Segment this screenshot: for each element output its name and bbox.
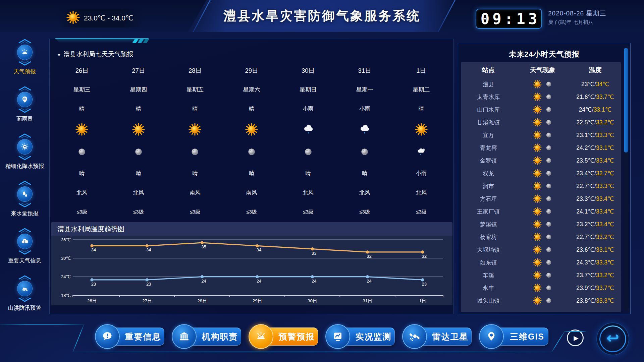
bottom-nav: 重要信息 机构职责 预警预报 实况监测 雷达卫星 三维GIS bbox=[95, 324, 548, 349]
play-button[interactable]: ▶ bbox=[567, 329, 584, 346]
scrollbar-thumb[interactable] bbox=[624, 48, 628, 153]
station-row[interactable]: 车溪 23.7℃/33.2℃ bbox=[461, 269, 621, 282]
station-row[interactable]: 澧县 23℃/34℃ bbox=[461, 78, 621, 90]
temp-low: 24.2℃ bbox=[576, 144, 594, 151]
temp-low: 23.2℃ bbox=[576, 221, 594, 228]
temp-low: 21.6℃ bbox=[576, 94, 594, 100]
svg-text:34: 34 bbox=[91, 247, 96, 252]
station-row[interactable]: 大堰垱镇 23.6℃/33.1℃ bbox=[461, 243, 621, 256]
institution-icon bbox=[172, 324, 197, 349]
station-row[interactable]: 王家厂镇 24.1℃/33.4℃ bbox=[461, 205, 621, 218]
station-row[interactable]: 太青水库 21.6℃/33.7℃ bbox=[461, 90, 621, 103]
sidebar-item-fine-rain[interactable]: 精细化降水预报 bbox=[0, 133, 49, 180]
station-row[interactable]: 青龙窖 24.2℃/33.1℃ bbox=[461, 141, 621, 154]
station-row[interactable]: 双龙 23.4℃/32.7℃ bbox=[461, 167, 621, 180]
station-weather-icons bbox=[516, 93, 570, 101]
station-row[interactable]: 杨家坊 22.7℃/33.2℃ bbox=[461, 231, 621, 243]
temp-high: 33.4℃ bbox=[596, 208, 614, 215]
svg-text:23: 23 bbox=[91, 282, 96, 287]
station-row[interactable]: 宜万 23.1℃/33.3℃ bbox=[461, 129, 621, 141]
station-row[interactable]: 洞市 22.7℃/33.3℃ bbox=[461, 180, 621, 192]
nav-button-gis-pin[interactable]: 三维GIS bbox=[479, 324, 548, 349]
station-temp: 23.4℃/32.7℃ bbox=[570, 170, 621, 177]
station-column-header: 温度 bbox=[570, 66, 621, 74]
back-button[interactable]: ↩ bbox=[596, 322, 629, 355]
sun-icon bbox=[533, 80, 542, 88]
station-name: 山门水库 bbox=[461, 106, 516, 114]
station-row[interactable]: 城头山镇 23.8℃/33.3℃ bbox=[461, 294, 621, 307]
nav-button-alarm[interactable]: 预警预报 bbox=[249, 324, 318, 349]
station-row[interactable]: 甘溪滩镇 22.5℃/33.2℃ bbox=[461, 116, 621, 129]
moon-icon bbox=[545, 157, 552, 164]
station-name: 双龙 bbox=[461, 170, 516, 177]
station-row[interactable]: 金罗镇 23.5℃/33.4℃ bbox=[461, 154, 621, 167]
station-weather-icons bbox=[516, 131, 570, 139]
chevron-up-icon bbox=[17, 180, 32, 185]
sidebar-item-siren[interactable]: 天气预报 bbox=[0, 39, 49, 86]
station-row[interactable]: 如东镇 24.3℃/33.3℃ bbox=[461, 256, 621, 269]
svg-text:30℃: 30℃ bbox=[61, 256, 71, 261]
sidebar-item-inflow[interactable]: 来水量预报 bbox=[0, 180, 49, 228]
station-table-header: 站点天气现象温度 bbox=[461, 62, 621, 78]
deco-line bbox=[564, 331, 586, 332]
moon-icon bbox=[360, 147, 370, 157]
forecast-day-condition: 晴 bbox=[110, 99, 167, 119]
sun-icon bbox=[533, 143, 542, 152]
flood-warning-icon bbox=[17, 281, 33, 296]
forecast-night-icon bbox=[167, 140, 223, 164]
sun-icon bbox=[533, 258, 542, 267]
fine-rain-icon bbox=[17, 139, 33, 155]
station-weather-icons bbox=[516, 182, 570, 190]
header-date: 2020-08-26 星期三 庚子(鼠)年 七月初八 bbox=[548, 10, 606, 24]
temp-high: 33.4℃ bbox=[596, 195, 614, 202]
station-scrollbar[interactable] bbox=[624, 47, 628, 310]
forecast-night-condition: 晴 bbox=[280, 164, 336, 183]
station-row[interactable]: 方石坪 23.3℃/33.4℃ bbox=[461, 192, 621, 205]
info-bubble-icon bbox=[95, 324, 120, 349]
station-row[interactable]: 梦溪镇 23.2℃/33.4℃ bbox=[461, 218, 621, 231]
temp-low: 23℃ bbox=[581, 81, 594, 87]
forecast-wind-level: ≤3级 bbox=[393, 202, 449, 221]
moon-icon bbox=[545, 131, 552, 139]
sidebar-item-flood-warning[interactable]: 山洪防汛预警 bbox=[0, 275, 49, 322]
weather-dashboard: 澧县水旱灾害防御气象服务系统 23.0℃ - 34.0℃ 09:13 2020-… bbox=[0, 0, 644, 362]
moon-icon bbox=[545, 80, 552, 88]
temp-low: 23.8℃ bbox=[576, 297, 594, 304]
nav-button-monitor[interactable]: 实况监测 bbox=[325, 324, 395, 349]
tab-stripe bbox=[138, 39, 144, 43]
forecast-night-condition: 晴 bbox=[336, 164, 393, 183]
moon-icon bbox=[545, 144, 552, 152]
forecast-date: 29日 bbox=[223, 61, 280, 80]
forecast-panel-title: ● 澧县水利局七天天气预报 bbox=[58, 50, 133, 59]
station-weather-icons bbox=[516, 258, 570, 267]
station-row[interactable]: 山门水库 24℃/33.1℃ bbox=[461, 103, 621, 116]
station-temp: 23.1℃/33.3℃ bbox=[570, 132, 621, 139]
sidebar-item-weather-alert[interactable]: 重要天气信息 bbox=[0, 228, 49, 275]
forecast-wind: 北风 bbox=[280, 183, 336, 202]
forecast-night-condition: 晴 bbox=[167, 164, 223, 183]
forecast-date: 27日 bbox=[110, 61, 167, 80]
nav-button-satellite[interactable]: 雷达卫星 bbox=[402, 324, 472, 349]
sidebar-item-rain-gauge[interactable]: 面雨量 bbox=[0, 86, 49, 133]
station-name: 宜万 bbox=[461, 131, 516, 139]
nav-button-institution[interactable]: 机构职责 bbox=[172, 324, 241, 349]
station-column-header: 天气现象 bbox=[516, 66, 570, 74]
forecast-column: 29日 星期六 晴 晴 南风 ≤3级 bbox=[223, 61, 280, 221]
deco-line bbox=[551, 331, 565, 352]
station-row[interactable]: 永丰 23.9℃/33.7℃ bbox=[461, 282, 621, 294]
station-weather-icons bbox=[516, 194, 570, 203]
chevron-up-icon bbox=[17, 275, 32, 280]
tab-stripe bbox=[143, 39, 149, 43]
panel-tab-stripes bbox=[133, 39, 148, 43]
forecast-wind: 南风 bbox=[223, 183, 280, 202]
station-name: 大堰垱镇 bbox=[461, 246, 516, 254]
bullet-icon: ● bbox=[58, 52, 60, 57]
main-panel: ● 澧县水利局七天天气预报 26日 星期三 晴 晴 北风 ≤3级 27日 星期四… bbox=[49, 39, 454, 314]
temp-high: 33.4℃ bbox=[596, 157, 614, 164]
nav-button-info-bubble[interactable]: 重要信息 bbox=[95, 324, 164, 349]
forecast-weekday: 星期五 bbox=[167, 80, 223, 99]
forecast-wind-level: ≤3级 bbox=[167, 202, 223, 221]
moon-icon bbox=[545, 208, 552, 215]
forecast-column: 26日 星期三 晴 晴 北风 ≤3级 bbox=[54, 61, 110, 221]
forecast-night-icon bbox=[280, 140, 336, 164]
